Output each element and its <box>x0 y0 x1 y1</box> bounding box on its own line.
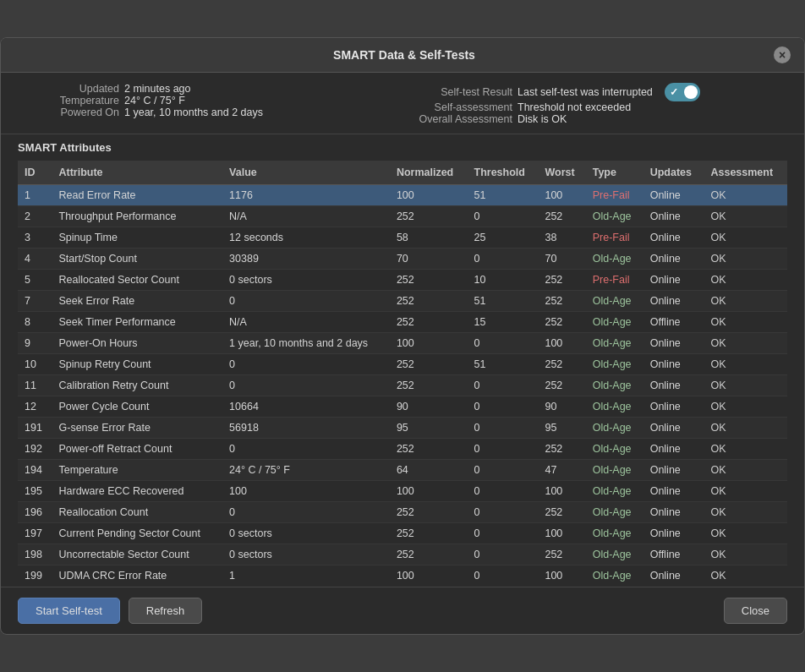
cell-normalized: 70 <box>390 249 468 270</box>
cell-normalized: 252 <box>390 439 468 460</box>
cell-worst: 252 <box>538 291 585 312</box>
cell-updates: Online <box>643 396 704 418</box>
cell-assessment: OK <box>704 354 787 375</box>
cell-normalized: 100 <box>390 333 468 354</box>
cell-value: 1 year, 10 months and 2 days <box>222 333 390 354</box>
table-row[interactable]: 9 Power-On Hours 1 year, 10 months and 2… <box>18 333 787 354</box>
cell-updates: Online <box>643 354 704 375</box>
col-attribute: Attribute <box>52 161 223 185</box>
cell-worst: 100 <box>538 565 585 584</box>
self-test-result-row: Self-test Result Last self-test was inte… <box>411 83 787 101</box>
cell-type: Old-Age <box>586 523 643 544</box>
cell-id: 5 <box>18 270 52 291</box>
table-row[interactable]: 8 Seek Timer Performance N/A 252 15 252 … <box>18 312 787 333</box>
overall-assessment-value: Disk is OK <box>518 113 567 125</box>
cell-value: N/A <box>222 206 390 227</box>
footer: Start Self-test Refresh Close <box>1 587 804 634</box>
footer-left: Start Self-test Refresh <box>18 598 202 624</box>
cell-worst: 252 <box>538 270 585 291</box>
cell-type: Old-Age <box>586 565 643 584</box>
cell-attribute: Start/Stop Count <box>52 249 223 270</box>
col-type: Type <box>586 161 643 185</box>
cell-attribute: Power Cycle Count <box>52 396 223 418</box>
cell-attribute: G-sense Error Rate <box>52 418 223 439</box>
cell-assessment: OK <box>704 185 787 206</box>
table-row[interactable]: 2 Throughput Performance N/A 252 0 252 O… <box>18 206 787 227</box>
cell-type: Old-Age <box>586 312 643 333</box>
cell-value: 0 <box>222 375 390 396</box>
cell-value: 56918 <box>222 418 390 439</box>
cell-assessment: OK <box>704 565 787 584</box>
table-row[interactable]: 1 Read Error Rate 1176 100 51 100 Pre-Fa… <box>18 185 787 206</box>
table-row[interactable]: 191 G-sense Error Rate 56918 95 0 95 Old… <box>18 418 787 439</box>
cell-worst: 100 <box>538 333 585 354</box>
toggle-switch[interactable]: ✓ <box>665 83 700 101</box>
cell-attribute: Power-On Hours <box>52 333 223 354</box>
table-row[interactable]: 5 Reallocated Sector Count 0 sectors 252… <box>18 270 787 291</box>
col-value: Value <box>222 161 390 185</box>
table-wrapper[interactable]: ID Attribute Value Normalized Threshold … <box>18 161 787 583</box>
table-row[interactable]: 195 Hardware ECC Recovered 100 100 0 100… <box>18 481 787 502</box>
self-test-result-value: Last self-test was interrupted <box>518 86 653 98</box>
powered-on-value: 1 year, 10 months and 2 days <box>124 107 263 118</box>
updated-value: 2 minutes ago <box>124 83 191 95</box>
close-button[interactable]: × <box>774 46 791 63</box>
cell-type: Old-Age <box>586 354 643 375</box>
col-updates: Updates <box>643 161 704 185</box>
cell-normalized: 252 <box>390 312 468 333</box>
refresh-button[interactable]: Refresh <box>129 598 203 624</box>
cell-updates: Online <box>643 460 704 481</box>
table-row[interactable]: 197 Current Pending Sector Count 0 secto… <box>18 523 787 544</box>
cell-worst: 252 <box>538 354 585 375</box>
cell-updates: Online <box>643 270 704 291</box>
cell-threshold: 25 <box>468 227 539 249</box>
toggle-check-icon: ✓ <box>670 86 678 98</box>
cell-id: 2 <box>18 206 52 227</box>
cell-worst: 90 <box>538 396 585 418</box>
cell-updates: Online <box>643 227 704 249</box>
overall-assessment-row: Overall Assessment Disk is OK <box>411 113 787 125</box>
cell-updates: Online <box>643 249 704 270</box>
cell-threshold: 51 <box>468 354 539 375</box>
table-row[interactable]: 194 Temperature 24° C / 75° F 64 0 47 Ol… <box>18 460 787 481</box>
cell-threshold: 0 <box>468 418 539 439</box>
cell-attribute: Spinup Retry Count <box>52 354 223 375</box>
cell-value: 100 <box>222 481 390 502</box>
cell-assessment: OK <box>704 439 787 460</box>
cell-updates: Online <box>643 565 704 584</box>
table-body: 1 Read Error Rate 1176 100 51 100 Pre-Fa… <box>18 185 787 584</box>
cell-type: Pre-Fail <box>586 185 643 206</box>
table-row[interactable]: 11 Calibration Retry Count 0 252 0 252 O… <box>18 375 787 396</box>
cell-updates: Online <box>643 206 704 227</box>
cell-id: 198 <box>18 544 52 565</box>
cell-attribute: Seek Timer Performance <box>52 312 223 333</box>
cell-type: Pre-Fail <box>586 270 643 291</box>
cell-threshold: 0 <box>468 333 539 354</box>
cell-worst: 252 <box>538 502 585 523</box>
cell-worst: 252 <box>538 206 585 227</box>
table-row[interactable]: 3 Spinup Time 12 seconds 58 25 38 Pre-Fa… <box>18 227 787 249</box>
table-row[interactable]: 12 Power Cycle Count 10664 90 0 90 Old-A… <box>18 396 787 418</box>
table-row[interactable]: 7 Seek Error Rate 0 252 51 252 Old-Age O… <box>18 291 787 312</box>
table-row[interactable]: 4 Start/Stop Count 30389 70 0 70 Old-Age… <box>18 249 787 270</box>
cell-threshold: 51 <box>468 185 539 206</box>
cell-id: 197 <box>18 523 52 544</box>
table-row[interactable]: 192 Power-off Retract Count 0 252 0 252 … <box>18 439 787 460</box>
cell-attribute: Uncorrectable Sector Count <box>52 544 223 565</box>
self-test-result-label: Self-test Result <box>411 86 512 98</box>
cell-value: N/A <box>222 312 390 333</box>
table-row[interactable]: 10 Spinup Retry Count 0 252 51 252 Old-A… <box>18 354 787 375</box>
table-row[interactable]: 199 UDMA CRC Error Rate 1 100 0 100 Old-… <box>18 565 787 584</box>
cell-assessment: OK <box>704 291 787 312</box>
cell-id: 194 <box>18 460 52 481</box>
table-row[interactable]: 196 Reallocation Count 0 252 0 252 Old-A… <box>18 502 787 523</box>
cell-worst: 38 <box>538 227 585 249</box>
info-right: Self-test Result Last self-test was inte… <box>411 83 787 125</box>
cell-threshold: 0 <box>468 396 539 418</box>
cell-normalized: 100 <box>390 481 468 502</box>
table-row[interactable]: 198 Uncorrectable Sector Count 0 sectors… <box>18 544 787 565</box>
start-self-test-button[interactable]: Start Self-test <box>18 598 120 624</box>
col-assessment: Assessment <box>704 161 787 185</box>
close-dialog-button[interactable]: Close <box>724 598 787 624</box>
cell-assessment: OK <box>704 206 787 227</box>
